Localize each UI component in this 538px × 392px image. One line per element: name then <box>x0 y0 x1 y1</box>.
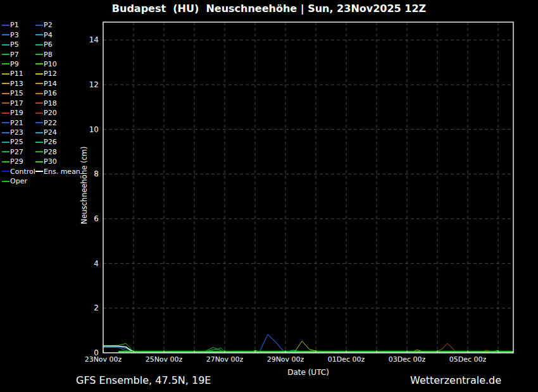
x-tick-label: 29Nov 00z <box>267 355 304 364</box>
x-axis-title: Date (UTC) <box>287 368 329 377</box>
x-tick-label: 27Nov 00z <box>206 355 244 364</box>
y-tick-label: 0 <box>75 348 99 357</box>
y-axis-title: Neuschneehöhe (cm) <box>80 147 89 224</box>
y-tick-label: 12 <box>75 80 99 89</box>
x-tick-label: 01Dec 00z <box>328 355 365 364</box>
footer-model-info: GFS Ensemble, 47.5N, 19E <box>76 374 211 386</box>
footer-site-name: Wetterzentrale.de <box>410 374 501 386</box>
y-tick-label: 10 <box>75 125 99 134</box>
series-P21-spike <box>255 334 293 353</box>
y-tick-label: 4 <box>75 259 99 268</box>
x-tick-label: 03Dec 00z <box>389 355 426 364</box>
x-tick-label: 05Dec 00z <box>449 355 487 364</box>
y-tick-label: 2 <box>75 303 99 312</box>
y-tick-label: 14 <box>75 35 99 44</box>
x-tick-label: 25Nov 00z <box>146 355 183 364</box>
plot-border <box>103 22 513 353</box>
